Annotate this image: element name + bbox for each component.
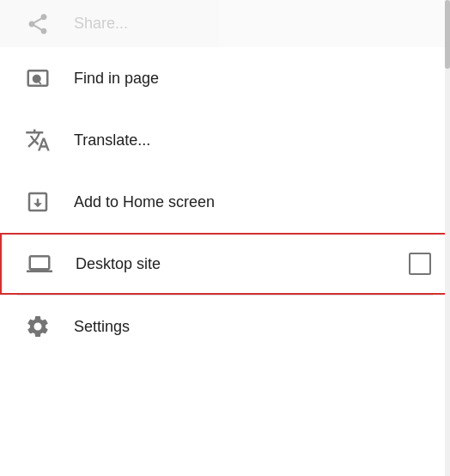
translate-label: Translate...	[74, 131, 433, 150]
add-to-home-label: Add to Home screen	[74, 193, 433, 211]
find-in-page-icon	[17, 58, 58, 99]
menu-item-share[interactable]: Share...	[0, 0, 450, 47]
add-to-home-icon	[17, 181, 58, 223]
scrollbar[interactable]	[445, 0, 450, 476]
scrollbar-thumb[interactable]	[445, 0, 450, 69]
desktop-site-label: Desktop site	[76, 255, 409, 273]
desktop-site-icon	[19, 243, 60, 284]
desktop-site-checkbox[interactable]	[409, 253, 431, 275]
settings-label: Settings	[74, 318, 433, 336]
share-icon	[17, 3, 58, 45]
menu-container: Share... Find in page Translate... Add t…	[0, 0, 450, 476]
share-label: Share...	[74, 15, 433, 33]
menu-item-settings[interactable]: Settings	[0, 296, 450, 357]
find-in-page-label: Find in page	[74, 70, 433, 88]
translate-icon	[17, 119, 58, 161]
menu-item-add-to-home[interactable]: Add to Home screen	[0, 171, 450, 233]
settings-icon	[17, 306, 58, 347]
menu-item-translate[interactable]: Translate...	[0, 109, 450, 171]
menu-item-desktop-site[interactable]: Desktop site	[0, 233, 450, 295]
menu-item-find-in-page[interactable]: Find in page	[0, 47, 450, 109]
